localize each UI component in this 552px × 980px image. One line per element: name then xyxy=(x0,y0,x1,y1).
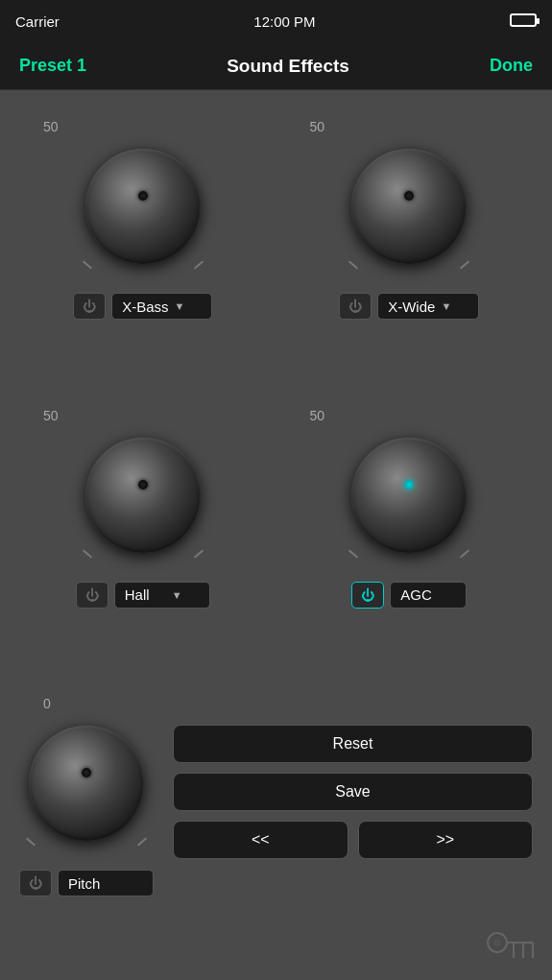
agc-label-row: ⏻ AGC xyxy=(351,582,467,609)
agc-label: AGC xyxy=(400,586,432,603)
pitch-power-icon: ⏻ xyxy=(29,875,42,891)
pitch-power-button[interactable]: ⏻ xyxy=(19,870,52,896)
xwide-label-row: ⏻ X-Wide ▼ xyxy=(339,293,479,320)
bottom-row: 0 ⏻ Pitch Reset Save << >> xyxy=(14,686,538,966)
xwide-select[interactable]: X-Wide ▼ xyxy=(377,293,479,320)
agc-surround xyxy=(342,428,476,562)
agc-cell: 50 ⏻ AGC xyxy=(281,398,539,678)
next-button[interactable]: >> xyxy=(358,821,534,859)
agc-value: 50 xyxy=(310,408,325,423)
pitch-label-row: ⏻ Pitch xyxy=(19,870,154,896)
hall-select[interactable]: Hall ▼ xyxy=(114,582,210,609)
agc-power-icon: ⏻ xyxy=(361,587,374,603)
hall-label-row: ⏻ Hall ▼ xyxy=(76,582,210,609)
xbass-power-icon: ⏻ xyxy=(83,299,96,314)
xbass-power-button[interactable]: ⏻ xyxy=(73,293,106,320)
xbass-label-row: ⏻ X-Bass ▼ xyxy=(73,293,212,320)
logo xyxy=(480,931,538,970)
xwide-dropdown-icon: ▼ xyxy=(441,300,451,312)
agc-knob[interactable] xyxy=(351,438,467,553)
time-label: 12:00 PM xyxy=(253,13,315,30)
hall-knob[interactable] xyxy=(85,438,201,553)
nav-bar: Preset 1 Sound Effects Done xyxy=(0,42,552,90)
pitch-value: 0 xyxy=(43,696,51,711)
hall-cell: 50 ⏻ Hall ▼ xyxy=(14,398,272,678)
xwide-power-button[interactable]: ⏻ xyxy=(339,293,372,320)
xbass-dropdown-icon: ▼ xyxy=(174,300,184,312)
action-buttons: Reset Save << >> xyxy=(173,725,533,859)
hall-value: 50 xyxy=(43,408,59,423)
main-content: 50 ⏻ X-Bass ▼ 50 ⏻ X xyxy=(0,90,552,980)
xbass-cell: 50 ⏻ X-Bass ▼ xyxy=(14,109,272,389)
pitch-cell: 0 ⏻ Pitch xyxy=(19,696,154,896)
xwide-label: X-Wide xyxy=(388,299,435,315)
pitch-select[interactable]: Pitch xyxy=(58,870,154,896)
svg-point-1 xyxy=(493,939,501,946)
xwide-value: 50 xyxy=(310,119,325,134)
battery-icon xyxy=(510,13,537,30)
reset-button[interactable]: Reset xyxy=(173,725,533,763)
carrier-label: Carrier xyxy=(15,13,60,30)
pitch-knob[interactable] xyxy=(29,726,144,841)
agc-power-button[interactable]: ⏻ xyxy=(351,582,384,609)
pitch-label: Pitch xyxy=(68,875,100,892)
xwide-surround xyxy=(342,139,476,274)
hall-surround xyxy=(76,428,210,562)
status-bar: Carrier 12:00 PM xyxy=(0,0,552,42)
agc-select[interactable]: AGC xyxy=(390,582,467,609)
done-button[interactable]: Done xyxy=(490,56,533,76)
xbass-surround xyxy=(76,139,210,274)
hall-dropdown-icon: ▼ xyxy=(172,589,182,601)
hall-label: Hall xyxy=(125,586,150,603)
hall-power-icon: ⏻ xyxy=(85,587,99,603)
xbass-label: X-Bass xyxy=(122,299,168,315)
prev-button[interactable]: << xyxy=(173,821,348,859)
nav-title: Sound Effects xyxy=(227,56,349,77)
xbass-select[interactable]: X-Bass ▼ xyxy=(111,293,212,320)
xbass-value: 50 xyxy=(43,119,59,134)
pitch-surround xyxy=(19,716,154,850)
xwide-cell: 50 ⏻ X-Wide ▼ xyxy=(281,109,539,389)
xwide-power-icon: ⏻ xyxy=(348,299,362,314)
preset-button[interactable]: Preset 1 xyxy=(19,56,86,76)
xbass-knob[interactable] xyxy=(85,149,201,264)
xwide-knob[interactable] xyxy=(351,149,467,264)
hall-power-button[interactable]: ⏻ xyxy=(76,582,108,609)
nav-buttons-row: << >> xyxy=(173,821,533,859)
save-button[interactable]: Save xyxy=(173,773,533,811)
